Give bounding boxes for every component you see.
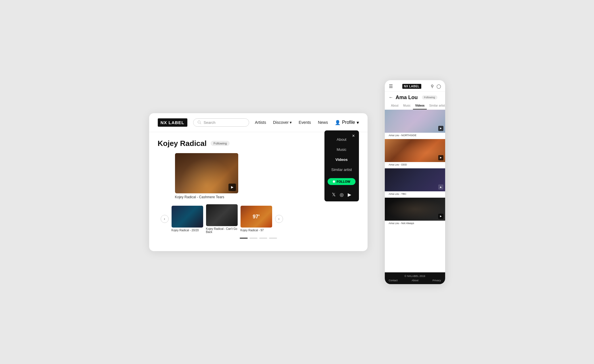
chevron-down-icon: ▾ <box>290 120 292 125</box>
overlay-item-videos[interactable]: Videos <box>324 155 359 165</box>
instagram-icon[interactable]: ◎ <box>340 192 344 197</box>
thumbnail-label-1: Kojey Radical - 20/20 <box>172 229 203 232</box>
overlay-item-similar[interactable]: Similar artist <box>324 165 359 175</box>
artist-name: Kojey Radical <box>158 139 207 148</box>
pagination-dots <box>158 234 359 244</box>
thumbnail-item: Kojey Radical - Can't Go Back <box>206 204 238 234</box>
tab-about[interactable]: About <box>389 102 401 109</box>
scroll-top-icon[interactable]: ▲ <box>438 184 443 190</box>
mobile-following-badge: Following <box>422 95 437 99</box>
next-arrow[interactable]: › <box>275 215 283 223</box>
mobile-video-thumb-3[interactable]: ▲ <box>385 168 445 191</box>
user-icon: 👤 <box>335 120 341 125</box>
thumbnail-image-3[interactable] <box>241 206 272 228</box>
thumbnail-image-1[interactable] <box>172 206 203 228</box>
follow-label: FOLLOW <box>337 180 350 183</box>
mobile-video-label-1: Ama Lou - NORTHSIDE <box>385 133 445 138</box>
mobile-user-icon[interactable]: ◯ <box>437 84 441 88</box>
dot-1 <box>240 238 248 239</box>
search-placeholder: Search <box>204 120 216 125</box>
svg-line-1 <box>200 123 201 124</box>
dot-3 <box>259 238 267 239</box>
nav-artists[interactable]: Artists <box>255 120 266 125</box>
mobile-videos-list: ▶ Ama Lou - NORTHSIDE ▶ Ama Lou - DDD ▲ … <box>385 110 445 272</box>
tab-videos[interactable]: Videos <box>413 102 427 109</box>
mobile-search-icon[interactable]: ⚲ <box>431 84 434 88</box>
follow-button-wrap: FOLLOW <box>324 178 359 185</box>
thumbnail-label-3: Kojey Radical - 97 <box>241 229 272 232</box>
mobile-video-thumb-1[interactable]: ▶ <box>385 110 445 133</box>
mobile-logo[interactable]: NX LABEL <box>402 84 421 89</box>
follow-dot <box>333 180 335 183</box>
thumbnail-item: Kojey Radical - 97 <box>241 206 272 232</box>
nav-events[interactable]: Events <box>299 120 311 125</box>
mobile-artist-name: Ama Lou <box>396 95 418 101</box>
mobile-video-item-1: ▶ Ama Lou - NORTHSIDE <box>385 110 445 138</box>
search-icon <box>197 120 201 124</box>
mobile-video-label-2: Ama Lou - DDD <box>385 162 445 168</box>
follow-button[interactable]: FOLLOW <box>328 178 355 185</box>
close-button[interactable]: × <box>352 133 355 138</box>
dot-2 <box>249 238 257 239</box>
mobile-footer: © NXLABEL 2019 Contact About Privacy <box>385 272 445 284</box>
mobile-header: ☰ NX LABEL ⚲ ◯ <box>385 80 445 92</box>
hamburger-icon[interactable]: ☰ <box>389 84 393 89</box>
desktop-header: NX LABEL Search Artists Discover ▾ Event… <box>149 113 368 132</box>
desktop-logo[interactable]: NX LABEL <box>158 118 187 127</box>
main-video-thumbnail[interactable]: ▶ <box>175 153 238 193</box>
footer-contact[interactable]: Contact <box>389 279 398 282</box>
mobile-header-icons: ⚲ ◯ <box>431 84 441 88</box>
prev-arrow[interactable]: ‹ <box>161 215 169 223</box>
thumbnails-row: ‹ Kojey Radical - 20/20 Kojey Radical - … <box>158 204 359 234</box>
mobile-video-thumb-4[interactable]: ▶ <box>385 198 445 221</box>
mobile-video-item-2: ▶ Ama Lou - DDD <box>385 139 445 168</box>
footer-copyright: © NXLABEL 2019 <box>389 275 441 278</box>
profile-button[interactable]: 👤 Profile ▾ <box>335 120 359 125</box>
twitter-icon[interactable]: 𝕏 <box>332 192 336 197</box>
chevron-down-icon: ▾ <box>357 120 359 125</box>
following-badge: Following <box>211 141 230 146</box>
thumbnail-image-2[interactable] <box>206 204 238 226</box>
footer-about[interactable]: About <box>412 279 418 282</box>
social-icons: 𝕏 ◎ ▶ <box>324 188 359 197</box>
mobile-play-2[interactable]: ▶ <box>438 155 443 160</box>
mobile-video-item-4: ▶ Ama Lou - Not Always <box>385 198 445 226</box>
tab-similar[interactable]: Similar artists <box>427 102 445 109</box>
youtube-icon[interactable]: ▶ <box>348 192 351 197</box>
thumbnail-item: Kojey Radical - 20/20 <box>172 206 203 232</box>
search-box[interactable]: Search <box>193 118 249 127</box>
mobile-video-label-4: Ama Lou - Not Always <box>385 221 445 226</box>
nav-discover[interactable]: Discover ▾ <box>273 120 292 125</box>
dot-4 <box>269 238 277 239</box>
desktop-nav: Artists Discover ▾ Events News 👤 Profile… <box>255 120 359 125</box>
mobile-video-thumb-2[interactable]: ▶ <box>385 139 445 162</box>
footer-privacy[interactable]: Privacy <box>432 279 441 282</box>
mobile-tabs: About Music Videos Similar artists <box>385 102 445 110</box>
mobile-play-4[interactable]: ▶ <box>438 214 443 219</box>
overlay-item-music[interactable]: Music <box>324 145 359 155</box>
mobile-back: ← Ama Lou Following <box>385 92 445 102</box>
thumbnail-label-2: Kojey Radical - Can't Go Back <box>206 227 238 234</box>
play-button[interactable]: ▶ <box>228 184 236 191</box>
footer-links: Contact About Privacy <box>389 279 441 282</box>
mobile-video-item-3: ▲ Ama Lou - TBC <box>385 168 445 197</box>
mobile-video-label-3: Ama Lou - TBC <box>385 191 445 197</box>
tab-music[interactable]: Music <box>401 102 413 109</box>
nav-news[interactable]: News <box>318 120 328 125</box>
overlay-menu: × About Music Videos Similar artist FOLL… <box>324 130 359 201</box>
back-arrow-icon[interactable]: ← <box>389 95 393 100</box>
mobile-card: ☰ NX LABEL ⚲ ◯ ← Ama Lou Following About… <box>385 80 445 284</box>
desktop-card: NX LABEL Search Artists Discover ▾ Event… <box>149 113 368 251</box>
mobile-play-1[interactable]: ▶ <box>438 126 443 131</box>
